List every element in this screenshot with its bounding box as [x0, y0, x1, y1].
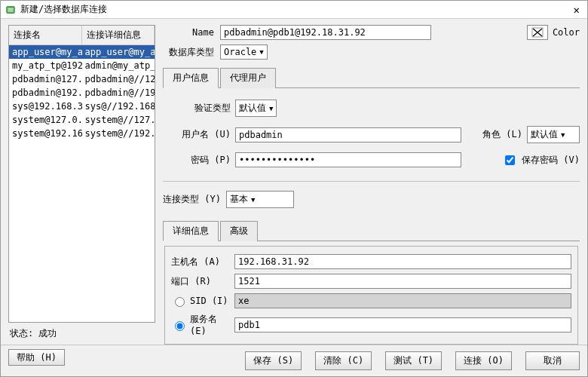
- connection-details-fieldset: 主机名 (A) 端口 (R) SID (I): [164, 246, 578, 345]
- header-conn-name: 连接名: [9, 26, 82, 44]
- test-button[interactable]: 测试 (T): [385, 351, 442, 370]
- clear-button[interactable]: 清除 (C): [315, 351, 372, 370]
- service-radio-wrap[interactable]: 服务名 (E): [171, 313, 230, 336]
- name-label: Name: [163, 27, 216, 38]
- chevron-down-icon: ▼: [269, 105, 273, 112]
- chevron-down-icon: ▼: [251, 196, 255, 204]
- service-label: 服务名 (E): [190, 313, 230, 336]
- close-button[interactable]: ✕: [571, 4, 583, 16]
- name-input[interactable]: [220, 25, 431, 40]
- conn-name-cell: sys@192.168.3..: [9, 100, 82, 113]
- username-input[interactable]: [235, 127, 461, 143]
- app-icon: [5, 5, 16, 15]
- connections-table[interactable]: 连接名 连接详细信息 app_user@my_a..app_user@my_a.…: [8, 25, 155, 323]
- color-button[interactable]: [527, 25, 548, 40]
- conn-details-cell: app_user@my_a..: [82, 45, 155, 59]
- footer: 帮助 (H) 保存 (S) 清除 (C) 测试 (T) 连接 (O) 取消: [1, 345, 587, 376]
- port-label: 端口 (R): [171, 275, 230, 288]
- sid-radio-wrap[interactable]: SID (I): [171, 295, 230, 307]
- form-panel: Name Color 数据库类型 Oracle ▼ 用户信息 代理用户: [163, 25, 580, 345]
- conn-details-cell: system@//127..: [82, 113, 155, 127]
- save-password-toggle[interactable]: 保存密码 (V): [502, 153, 580, 167]
- service-radio[interactable]: [175, 321, 185, 331]
- hostname-label: 主机名 (A): [171, 256, 230, 268]
- conn-type-label: 连接类型 (Y): [163, 193, 222, 206]
- connect-button[interactable]: 连接 (O): [455, 351, 512, 370]
- password-label: 密码 (P): [163, 154, 231, 167]
- conn-name-cell: system@192.16..: [9, 127, 82, 140]
- color-label: Color: [553, 27, 580, 38]
- save-button[interactable]: 保存 (S): [245, 351, 302, 370]
- conn-name-cell: my_atp_tp@192..: [9, 59, 82, 72]
- table-row[interactable]: pdbadmin@192..pdbadmin@//19..: [9, 86, 155, 100]
- table-row[interactable]: app_user@my_a..app_user@my_a..: [9, 45, 155, 59]
- dbtype-dropdown[interactable]: Oracle ▼: [220, 44, 268, 60]
- cancel-button[interactable]: 取消: [525, 351, 580, 370]
- user-proxy-tabs: 用户信息 代理用户: [163, 67, 580, 88]
- chevron-down-icon: ▼: [259, 48, 263, 56]
- conn-name-cell: pdbadmin@127..: [9, 72, 82, 86]
- window-title: 新建/选择数据库连接: [20, 3, 107, 16]
- auth-type-dropdown[interactable]: 默认值 ▼: [235, 100, 277, 117]
- svg-rect-1: [8, 8, 14, 9]
- header-conn-details: 连接详细信息: [82, 26, 155, 44]
- svg-rect-0: [7, 6, 15, 13]
- conn-details-cell: system@//192..: [82, 127, 155, 140]
- dbtype-label: 数据库类型: [163, 46, 216, 59]
- table-row[interactable]: sys@192.168.3..sys@//192.168..: [9, 100, 155, 113]
- table-header: 连接名 连接详细信息: [9, 26, 155, 45]
- conn-name-cell: system@127.0..: [9, 113, 82, 127]
- port-input[interactable]: [234, 274, 571, 289]
- table-row[interactable]: system@127.0..system@//127..: [9, 113, 155, 127]
- role-dropdown[interactable]: 默认值 ▼: [527, 126, 580, 143]
- table-row[interactable]: my_atp_tp@192..admin@my_atp_tp: [9, 59, 155, 72]
- table-row[interactable]: system@192.16..system@//192..: [9, 127, 155, 140]
- status-label: 状态:: [10, 328, 33, 339]
- tab-proxy-user[interactable]: 代理用户: [220, 68, 276, 88]
- status-value: 成功: [38, 328, 57, 339]
- role-value: 默认值: [531, 128, 558, 141]
- sid-input: [234, 293, 571, 308]
- tab-advanced[interactable]: 高级: [220, 221, 258, 241]
- dialog-window: 新建/选择数据库连接 ✕ 连接名 连接详细信息 app_user@my_a..a…: [0, 0, 588, 377]
- chevron-down-icon: ▼: [561, 131, 565, 139]
- username-label: 用户名 (U): [163, 128, 231, 141]
- save-password-label: 保存密码 (V): [522, 154, 580, 167]
- conn-name-cell: app_user@my_a..: [9, 45, 82, 59]
- password-input[interactable]: [235, 152, 461, 167]
- conn-type-dropdown[interactable]: 基本 ▼: [226, 191, 294, 208]
- help-button[interactable]: 帮助 (H): [8, 349, 65, 366]
- color-icon: [531, 27, 544, 38]
- save-password-checkbox[interactable]: [505, 155, 515, 165]
- sid-radio[interactable]: [175, 297, 185, 307]
- conn-name-cell: pdbadmin@192..: [9, 86, 82, 100]
- sid-label: SID (I): [190, 296, 228, 306]
- status-line: 状态: 成功: [8, 323, 155, 345]
- conn-details-cell: sys@//192.168..: [82, 100, 155, 113]
- titlebar: 新建/选择数据库连接 ✕: [1, 1, 587, 19]
- conn-details-cell: pdbadmin@//19..: [82, 86, 155, 100]
- hostname-input[interactable]: [234, 254, 571, 269]
- tab-detail[interactable]: 详细信息: [163, 221, 219, 241]
- detail-adv-tabs: 详细信息 高级: [163, 220, 580, 241]
- svg-rect-2: [8, 10, 14, 11]
- role-label: 角色 (L): [482, 128, 522, 141]
- tab-user-info[interactable]: 用户信息: [163, 68, 219, 88]
- service-input[interactable]: [234, 317, 571, 333]
- auth-type-value: 默认值: [239, 102, 266, 115]
- conn-details-cell: admin@my_atp_tp: [82, 59, 155, 72]
- table-row[interactable]: pdbadmin@127..pdbadmin@//12..: [9, 72, 155, 86]
- dbtype-value: Oracle: [224, 47, 256, 57]
- conn-details-cell: pdbadmin@//12..: [82, 72, 155, 86]
- connections-panel: 连接名 连接详细信息 app_user@my_a..app_user@my_a.…: [8, 25, 155, 345]
- auth-type-label: 验证类型: [163, 102, 231, 115]
- conn-type-value: 基本: [230, 193, 248, 206]
